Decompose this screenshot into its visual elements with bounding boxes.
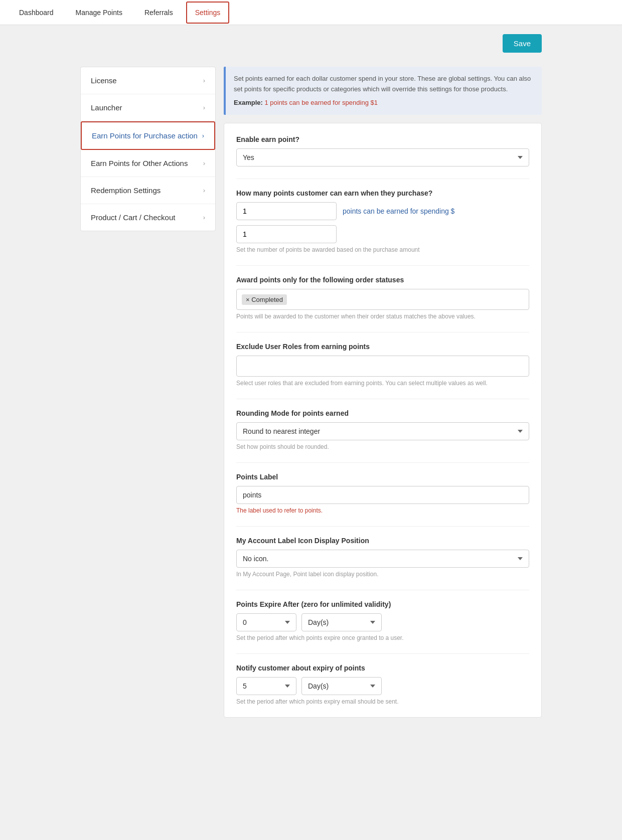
expire-group: Points Expire After (zero for unlimited …	[236, 600, 529, 641]
rounding-select[interactable]: Round to nearest integer Round up Round …	[236, 422, 529, 440]
sidebar-item-label: Redemption Settings	[91, 186, 161, 195]
sidebar-item-license[interactable]: License ›	[81, 67, 215, 94]
order-statuses-hint: Points will be awarded to the customer w…	[236, 313, 529, 320]
points-earn-second	[236, 225, 529, 243]
divider-6	[236, 526, 529, 527]
notify-value-select[interactable]: 5 1 7	[236, 677, 296, 695]
expire-unit-select[interactable]: Day(s) Week(s) Month(s) Year(s)	[301, 613, 382, 631]
points-spend-input[interactable]	[236, 225, 337, 243]
order-statuses-input[interactable]: × Completed	[236, 289, 529, 310]
info-example: Example: 1 points can be earned for spen…	[234, 98, 534, 108]
divider-3	[236, 332, 529, 332]
expire-hint: Set the period after which points expire…	[236, 634, 529, 641]
rounding-hint: Set how points should be rounded.	[236, 443, 529, 450]
earn-text: points can be earned for spending $	[343, 207, 454, 215]
example-text: 1 points can be earned for spending $1	[264, 99, 378, 106]
divider-4	[236, 399, 529, 399]
sidebar-item-label: Product / Cart / Checkout	[91, 213, 175, 222]
chevron-right-icon: ›	[203, 214, 205, 221]
divider-2	[236, 265, 529, 266]
nav-settings[interactable]: Settings	[186, 2, 230, 24]
rounding-group: Rounding Mode for points earned Round to…	[236, 409, 529, 450]
account-label-select[interactable]: No icon. Before label After label	[236, 550, 529, 568]
notify-label: Notify customer about expiry of points	[236, 664, 529, 672]
sidebar-item-label: License	[91, 76, 117, 85]
points-earn-label: How many points customer can earn when t…	[236, 189, 529, 197]
notify-unit-select[interactable]: Day(s) Week(s) Month(s) Year(s)	[301, 677, 382, 695]
points-label-group: Points Label The label used to refer to …	[236, 473, 529, 514]
nav-manage-points[interactable]: Manage Points	[67, 2, 131, 24]
divider-7	[236, 590, 529, 590]
expire-value-select[interactable]: 0 1 2	[236, 613, 296, 631]
account-label-group: My Account Label Icon Display Position N…	[236, 537, 529, 578]
save-button[interactable]: Save	[503, 34, 542, 53]
sidebar: License › Launcher › Earn Points for Pur…	[80, 67, 216, 231]
example-label: Example:	[234, 99, 263, 106]
sidebar-item-product-cart[interactable]: Product / Cart / Checkout ›	[81, 204, 215, 231]
top-navigation: Dashboard Manage Points Referrals Settin…	[0, 0, 622, 25]
sidebar-item-earn-purchase[interactable]: Earn Points for Purchase action ›	[81, 121, 215, 150]
exclude-roles-label: Exclude User Roles from earning points	[236, 343, 529, 351]
sidebar-item-label: Launcher	[91, 103, 122, 112]
points-earn-group: How many points customer can earn when t…	[236, 189, 529, 253]
enable-earn-group: Enable earn point? Yes No	[236, 135, 529, 166]
sidebar-item-redemption[interactable]: Redemption Settings ›	[81, 177, 215, 204]
completed-tag[interactable]: × Completed	[242, 294, 287, 305]
exclude-roles-hint: Select user roles that are excluded from…	[236, 380, 529, 387]
notify-row: 5 1 7 Day(s) Week(s) Month(s) Year(s)	[236, 677, 529, 695]
main-content: Set points earned for each dollar custom…	[224, 67, 542, 718]
exclude-roles-input[interactable]	[236, 356, 529, 377]
points-label-hint: The label used to refer to points.	[236, 507, 529, 514]
points-earn-hint: Set the number of points be awarded base…	[236, 246, 529, 253]
divider-5	[236, 462, 529, 463]
account-label-hint: In My Account Page, Point label icon dis…	[236, 571, 529, 578]
chevron-right-icon: ›	[203, 159, 205, 167]
chevron-right-icon: ›	[203, 187, 205, 194]
enable-earn-select[interactable]: Yes No	[236, 148, 529, 166]
order-statuses-label: Award points only for the following orde…	[236, 276, 529, 284]
info-description: Set points earned for each dollar custom…	[234, 74, 534, 95]
order-statuses-group: Award points only for the following orde…	[236, 276, 529, 320]
sidebar-item-label: Earn Points for Purchase action	[92, 131, 198, 140]
exclude-roles-group: Exclude User Roles from earning points S…	[236, 343, 529, 387]
divider-8	[236, 653, 529, 654]
notify-group: Notify customer about expiry of points 5…	[236, 664, 529, 705]
nav-dashboard[interactable]: Dashboard	[10, 2, 63, 24]
points-earn-input[interactable]	[236, 202, 337, 220]
points-label-input[interactable]	[236, 486, 529, 504]
rounding-label: Rounding Mode for points earned	[236, 409, 529, 417]
divider	[236, 179, 529, 179]
sidebar-item-launcher[interactable]: Launcher ›	[81, 94, 215, 121]
chevron-right-icon: ›	[203, 104, 205, 111]
completed-tag-label: × Completed	[246, 296, 283, 303]
points-label-label: Points Label	[236, 473, 529, 481]
points-earn-row: points can be earned for spending $	[236, 202, 529, 220]
chevron-right-icon: ›	[203, 77, 205, 84]
nav-referrals[interactable]: Referrals	[135, 2, 182, 24]
enable-earn-label: Enable earn point?	[236, 135, 529, 143]
expire-row: 0 1 2 Day(s) Week(s) Month(s) Year(s)	[236, 613, 529, 631]
expire-label: Points Expire After (zero for unlimited …	[236, 600, 529, 608]
chevron-right-icon: ›	[202, 132, 204, 139]
info-box: Set points earned for each dollar custom…	[224, 67, 542, 115]
sidebar-item-label: Earn Points for Other Actions	[91, 159, 188, 167]
sidebar-item-earn-other[interactable]: Earn Points for Other Actions ›	[81, 150, 215, 177]
notify-hint: Set the period after which points expiry…	[236, 698, 529, 705]
account-label-label: My Account Label Icon Display Position	[236, 537, 529, 545]
settings-card: Enable earn point? Yes No How many point…	[224, 123, 542, 718]
